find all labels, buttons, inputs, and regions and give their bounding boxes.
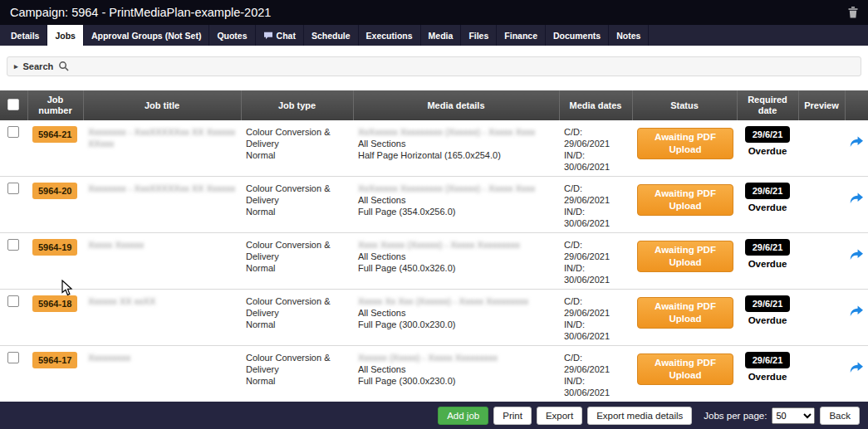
job-number-badge[interactable]: 5964-20: [32, 183, 77, 199]
row-checkbox[interactable]: [7, 295, 19, 307]
table-row: 5964-17 Xxxxxxxxx Colour Conversion & De…: [0, 346, 868, 402]
media-size: Full Page (354.0x256.0): [358, 206, 554, 217]
jobs-per-page-label: Jobs per page:: [704, 411, 767, 421]
preview-cell: [798, 346, 845, 402]
tab-label: Documents: [553, 31, 601, 41]
export-media-details-button[interactable]: Export media details: [587, 407, 692, 425]
media-date-cd: C/D: 29/06/2021: [564, 126, 627, 149]
job-title: Xxxxx Xxxxxx: [88, 240, 144, 250]
tab-label: Files: [468, 31, 488, 41]
tab-executions[interactable]: Executions: [359, 25, 421, 46]
print-button[interactable]: Print: [493, 407, 532, 425]
magnifier-icon: [58, 61, 69, 73]
job-title: Xxxxxxxxx: [88, 353, 130, 363]
job-subtype: Normal: [246, 149, 348, 161]
job-number-badge[interactable]: 5964-21: [32, 126, 77, 143]
media-date-cd: C/D: 29/06/2021: [564, 352, 627, 375]
row-checkbox[interactable]: [7, 239, 19, 251]
status-button[interactable]: Awaiting PDF Upload: [637, 184, 733, 216]
tab-details[interactable]: Details: [3, 25, 47, 46]
forward-arrow-icon[interactable]: [850, 362, 863, 376]
job-subtype: Normal: [246, 319, 348, 330]
job-number-badge[interactable]: 5964-17: [32, 352, 77, 368]
job-subtype: Normal: [246, 375, 348, 387]
overdue-label: Overdue: [742, 371, 793, 383]
overdue-label: Overdue: [742, 202, 793, 213]
select-all-checkbox[interactable]: [7, 99, 19, 110]
preview-cell: [798, 120, 845, 177]
tab-media[interactable]: Media: [421, 25, 462, 46]
forward-arrow-icon[interactable]: [850, 136, 863, 150]
media-date-ind-label: IN/D:: [564, 262, 627, 274]
column-header-status: Status: [632, 90, 737, 120]
job-title: Xxxxxx XX xxXX: [88, 296, 155, 306]
campaign-header: Campaign: 5964 - PrintMediaPlan-example-…: [0, 0, 868, 25]
add-job-button[interactable]: Add job: [438, 407, 488, 425]
export-button[interactable]: Export: [537, 407, 582, 425]
tab-quotes[interactable]: Quotes: [209, 25, 255, 46]
page-title: Campaign: 5964 - PrintMediaPlan-example-…: [10, 6, 271, 19]
jobs-per-page-select[interactable]: 50: [772, 407, 815, 424]
row-checkbox[interactable]: [7, 126, 19, 138]
overdue-label: Overdue: [742, 314, 793, 326]
media-date-ind: 30/06/2021: [564, 274, 627, 285]
tab-files[interactable]: Files: [461, 25, 497, 46]
row-checkbox[interactable]: [7, 183, 19, 194]
media-publication: XxXxxxxx Xxxxxxxxx (Xxxxxx) - Xxxxx Xxxx: [358, 183, 554, 194]
media-size: Half Page Horizontal (165.0x254.0): [358, 149, 554, 161]
tab-schedule[interactable]: Schedule: [304, 25, 359, 46]
job-title: Xxxxxxxx - XxxXXXXXxx XX Xxxxxx XXxxx: [88, 127, 235, 149]
tab-finance[interactable]: Finance: [497, 25, 546, 46]
media-size: Full Page (300.0x230.0): [358, 375, 554, 387]
chat-bubble-icon: [263, 32, 273, 40]
tab-label: Jobs: [55, 31, 76, 41]
required-date-badge: 29/6/21: [745, 295, 791, 312]
job-type: Colour Conversion & Delivery: [246, 239, 348, 262]
tab-label: Chat: [277, 31, 296, 41]
media-date-ind: 30/06/2021: [564, 330, 627, 342]
job-subtype: Normal: [246, 262, 348, 274]
tab-approval-groups-not-set[interactable]: Approval Groups (Not Set): [84, 25, 209, 46]
tab-jobs[interactable]: Jobs: [47, 25, 84, 46]
forward-arrow-icon[interactable]: [850, 305, 863, 319]
column-header-job-title: Job title: [83, 90, 241, 120]
media-sections: All Sections: [358, 194, 554, 206]
preview-cell: [798, 290, 845, 346]
search-bar[interactable]: ▸ Search: [7, 56, 861, 76]
footer-bar: Add job Print Export Export media detail…: [0, 402, 868, 429]
chevron-right-icon: ▸: [14, 62, 18, 71]
tab-label: Notes: [616, 31, 640, 41]
table-row: 5964-18 Xxxxxx XX xxXX Colour Conversion…: [0, 290, 868, 346]
row-checkbox[interactable]: [7, 352, 19, 363]
status-button[interactable]: Awaiting PDF Upload: [637, 241, 733, 272]
forward-arrow-icon[interactable]: [850, 193, 863, 207]
job-number-badge[interactable]: 5964-19: [32, 239, 77, 256]
table-row: 5964-21 Xxxxxxxx - XxxXXXXXxx XX Xxxxxx …: [0, 120, 868, 177]
column-header-job-type: Job type: [241, 90, 353, 120]
media-size: Full Page (300.0x230.0): [358, 319, 554, 330]
overdue-label: Overdue: [742, 145, 793, 157]
media-date-ind: 30/06/2021: [564, 387, 627, 398]
job-type: Colour Conversion & Delivery: [246, 126, 348, 149]
column-header-media-details: Media details: [353, 90, 559, 120]
back-button[interactable]: Back: [820, 407, 860, 425]
media-sections: All Sections: [358, 251, 554, 262]
search-section: ▸ Search: [0, 46, 868, 90]
status-button[interactable]: Awaiting PDF Upload: [637, 353, 733, 385]
status-button[interactable]: Awaiting PDF Upload: [637, 297, 733, 329]
tab-label: Finance: [504, 31, 537, 41]
tab-chat[interactable]: Chat: [256, 25, 304, 46]
column-header-job-number: Job number: [27, 90, 83, 120]
media-date-ind-label: IN/D:: [564, 319, 627, 330]
trash-icon[interactable]: [848, 7, 858, 18]
tab-notes[interactable]: Notes: [609, 25, 649, 46]
table-row: 5964-20 Xxxxxxxx - XxxXXXXXxx XX Xxxxxx …: [0, 177, 868, 233]
job-number-badge[interactable]: 5964-18: [32, 295, 77, 312]
media-date-ind-label: IN/D:: [564, 206, 627, 217]
media-date-ind-label: IN/D:: [564, 149, 627, 161]
status-button[interactable]: Awaiting PDF Upload: [637, 128, 733, 159]
column-header-select: [0, 90, 27, 120]
forward-arrow-icon[interactable]: [850, 249, 863, 263]
tab-documents[interactable]: Documents: [546, 25, 609, 46]
tab-bar: DetailsJobsApproval Groups (Not Set)Quot…: [0, 25, 868, 46]
